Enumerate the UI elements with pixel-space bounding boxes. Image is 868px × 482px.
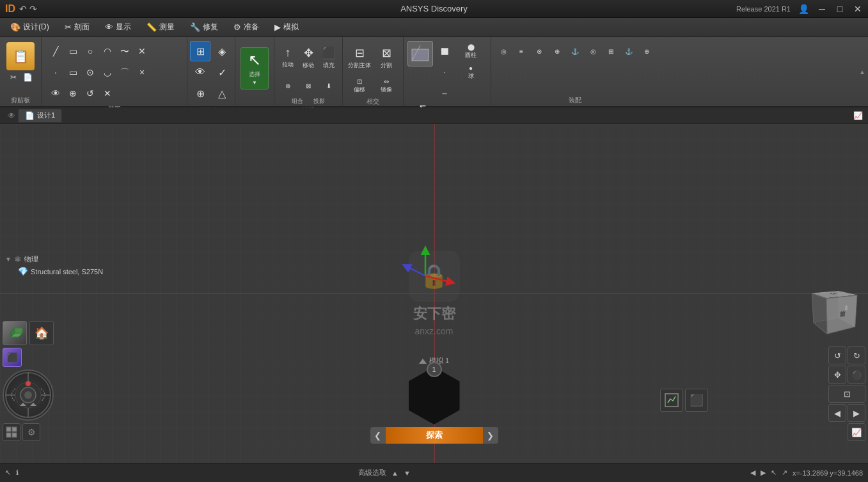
combine2-icon: ⊠ bbox=[306, 82, 311, 89]
sim-icon2[interactable]: ⬛ bbox=[685, 389, 708, 412]
menu-item-repair[interactable]: 🔧 修复 bbox=[182, 19, 226, 36]
svg-marker-8 bbox=[15, 328, 22, 333]
position-b[interactable]: ⊕ bbox=[638, 41, 655, 61]
offset-btn[interactable]: ⊡偏移 bbox=[347, 75, 372, 96]
nav-row2: ✥ ⚫ bbox=[828, 366, 865, 384]
doc-tab-design1[interactable]: 📄 设计1 bbox=[18, 109, 62, 123]
complete-btn[interactable]: ⬜ bbox=[436, 41, 454, 61]
mode-check-btn[interactable]: ✓ bbox=[212, 62, 232, 82]
redo-button[interactable]: ↷ bbox=[29, 4, 37, 14]
combine2-btn[interactable]: ⊠ bbox=[299, 75, 318, 96]
nav-rotate-cw-btn[interactable]: ↻ bbox=[848, 346, 865, 364]
grid-view-btn[interactable] bbox=[3, 423, 20, 441]
menu-item-design[interactable]: 🎨 设计(D) bbox=[3, 19, 57, 36]
svg-line-4 bbox=[406, 266, 425, 276]
menu-item-measure[interactable]: 📏 测量 bbox=[139, 19, 182, 36]
settings-view-btn[interactable]: ⚙ bbox=[22, 423, 40, 441]
ribbon-intersect-section: ⊟ 分割主体 ⊠ 分割 ⊡偏移 ⇔镜像 相交 bbox=[343, 37, 404, 106]
nav-zoom-btn[interactable]: ⚫ bbox=[848, 366, 865, 384]
tree-item-material[interactable]: 💎 Structural steel, S275N bbox=[5, 265, 123, 277]
nav-row5: 📈 bbox=[848, 423, 865, 441]
clipboard-label: 剪贴板 bbox=[11, 96, 30, 106]
status-nav-right1[interactable]: ▶ bbox=[761, 469, 766, 477]
nav-next-icon: ▶ bbox=[853, 408, 860, 418]
maximize-button[interactable]: □ bbox=[835, 4, 845, 14]
combine-btn[interactable]: ⊕ bbox=[278, 75, 297, 96]
cylinder-label: 圆柱 bbox=[465, 51, 477, 59]
nav-row4: ◀ ▶ bbox=[828, 404, 865, 422]
home-btn[interactable]: 🏠 bbox=[29, 321, 54, 345]
menu-item-prepare[interactable]: ⚙ 准备 bbox=[226, 19, 267, 36]
nav-rotate-btn[interactable]: ↺ bbox=[828, 346, 846, 364]
mode-eye-btn[interactable]: 👁 bbox=[190, 62, 210, 82]
status-arrow-up[interactable]: ▲ bbox=[391, 469, 398, 477]
copy-button[interactable]: 📄 bbox=[21, 72, 34, 83]
status-nav-left1[interactable]: ◀ bbox=[750, 469, 755, 477]
move-btn[interactable]: ✥ 移动 bbox=[299, 41, 318, 74]
position-a[interactable]: ◎ bbox=[585, 41, 601, 61]
minimize-button[interactable]: ─ bbox=[817, 4, 827, 14]
sketch-empty2 bbox=[166, 41, 187, 61]
visibility-toggle[interactable]: 👁 bbox=[5, 109, 18, 122]
undo-button[interactable]: ↶ bbox=[19, 4, 27, 14]
view-cube-3d[interactable]: 前 右 顶 bbox=[808, 288, 865, 345]
mode-col1: ⊞ 👁 ⊕ bbox=[190, 41, 210, 104]
mode-grid-btn[interactable]: ⊞ bbox=[190, 41, 210, 61]
ribbon-collapse[interactable]: ▲ bbox=[859, 37, 868, 106]
mode-snap-btn[interactable]: ◈ bbox=[212, 41, 232, 61]
axis-btn[interactable]: ─ bbox=[436, 83, 454, 104]
select-button[interactable]: ↖ 选择 ▼ bbox=[241, 47, 269, 89]
status-arrow-down[interactable]: ▼ bbox=[404, 469, 411, 477]
simulation-panel: 模拟 1 1 ❮ 探索 ❯ bbox=[345, 356, 524, 444]
menu-item-display[interactable]: 👁 显示 bbox=[97, 19, 139, 36]
pointer-icon[interactable]: ↖ bbox=[5, 469, 11, 477]
cylinder-btn[interactable]: ⬤ 圆柱 bbox=[455, 41, 487, 61]
split-btn[interactable]: ⊠ 分割 bbox=[374, 41, 399, 74]
nav-pan-btn[interactable]: ✥ bbox=[828, 366, 846, 384]
menu-item-simulate[interactable]: ▶ 模拟 bbox=[267, 19, 306, 36]
point2-btn[interactable]: · bbox=[436, 62, 454, 82]
nav-fit-btn[interactable]: ⊡ bbox=[828, 385, 865, 403]
fix-b[interactable]: ⊞ bbox=[603, 41, 619, 61]
profile-icon[interactable]: 👤 bbox=[798, 4, 809, 14]
align-a[interactable]: ≡ bbox=[513, 41, 530, 61]
fill-btn[interactable]: ⬛ 填充 bbox=[319, 41, 338, 74]
sim-icon1[interactable] bbox=[660, 389, 683, 412]
mirror-label: 镜像 bbox=[381, 86, 392, 94]
mode-dim-btn[interactable]: ⊕ bbox=[190, 83, 210, 104]
lathe-a[interactable]: ⊗ bbox=[531, 41, 548, 61]
nav-chart-btn[interactable]: 📈 bbox=[848, 423, 865, 441]
mirror-icon: ⇔ bbox=[384, 78, 389, 85]
anchor-b[interactable]: ⚓ bbox=[620, 41, 637, 61]
sketch-cross-btn[interactable]: ✕ bbox=[97, 83, 118, 104]
mode-tri-btn[interactable]: △ bbox=[212, 83, 232, 104]
split-body-btn[interactable]: ⊟ 分割主体 bbox=[347, 41, 372, 74]
watermark: 🔒 安下密 anxz.com bbox=[409, 251, 460, 336]
paste-button[interactable]: 📋 bbox=[6, 42, 35, 70]
status-arrow-ul[interactable]: ↗ bbox=[782, 469, 787, 477]
plane-btn[interactable] bbox=[407, 41, 433, 66]
anchor-a[interactable]: ⚓ bbox=[567, 41, 583, 61]
project-btn[interactable]: ⬇ bbox=[319, 75, 338, 96]
pull-btn[interactable]: ↑ 拉动 bbox=[278, 41, 297, 74]
menu-item-engrave[interactable]: ✂ 刻面 bbox=[57, 19, 97, 36]
nav-prev-btn[interactable]: ◀ bbox=[828, 404, 846, 422]
status-pointer-icon: ↖ bbox=[771, 469, 777, 477]
explore-next-btn[interactable]: ❯ bbox=[483, 427, 498, 444]
nav-next-btn[interactable]: ▶ bbox=[848, 404, 865, 422]
tangent-a[interactable]: ◎ bbox=[495, 41, 512, 61]
cut-button[interactable]: ✂ bbox=[7, 72, 20, 83]
ball-btn[interactable]: ● 球 bbox=[455, 62, 487, 82]
3d-box-btn[interactable] bbox=[3, 321, 27, 345]
chart-icon[interactable]: 📈 bbox=[853, 111, 863, 120]
info-icon[interactable]: ℹ bbox=[16, 469, 19, 477]
mirror-btn[interactable]: ⇔镜像 bbox=[374, 75, 399, 96]
close-button[interactable]: ✕ bbox=[853, 4, 863, 14]
explore-label: 探索 bbox=[386, 427, 483, 444]
compass[interactable] bbox=[3, 369, 54, 421]
mini-cube-btn[interactable]: ⬛ bbox=[3, 348, 22, 367]
ribbon-edit-section: ↑ 拉动 ✥ 移动 ⬛ 填充 ⊕ ⊠ ⬇ 组合 投影 编辑 bbox=[274, 37, 343, 106]
fix-a[interactable]: ⊕ bbox=[549, 41, 565, 61]
explore-prev-btn[interactable]: ❮ bbox=[370, 427, 386, 444]
tree-item-physics[interactable]: ▼ ⚛ 物理 bbox=[5, 253, 123, 265]
